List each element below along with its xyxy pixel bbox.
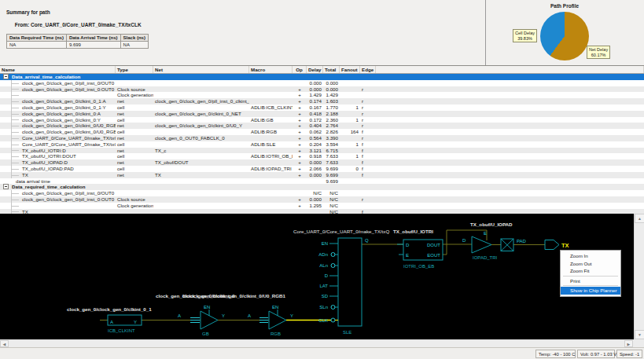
menu-item-print[interactable]: Print [561,277,620,285]
column-header-net[interactable]: Net [153,66,249,73]
column-header-fanout[interactable]: Fanout [340,66,360,73]
iopad-pin-e: E [484,231,487,236]
column-header-edge[interactable]: Edge [360,66,376,73]
iotri-pin-eout: EOUT [427,253,440,258]
scroll-left-icon[interactable]: ◀ [0,340,9,347]
schematic-view[interactable]: clock_gen_0/clock_gen_0/clkint_0_1 A Y I… [0,214,634,339]
column-header-op[interactable]: Op [293,66,307,73]
pad-symbol [501,239,513,251]
table-row[interactable]: clock_gen_0/clock_gen_0/pll_inst_0:OUT0C… [0,196,644,203]
table-row[interactable]: data arrival time9.699 [0,178,644,185]
table-row[interactable]: Core_UART_0/Core_UART_0/make_TX/txCLKnet… [0,135,644,141]
cell-name: TX_obuf/U_IOTRI:D [0,148,116,154]
menu-item-zoom-out[interactable]: Zoom Out [561,260,620,268]
iopad-buffer-cell[interactable] [472,236,491,253]
sle-pin-lat: LAT [319,284,328,288]
cell-type: cell [116,104,153,111]
clk-bubble-icon [331,318,335,322]
status-volt: Volt: 0.97 - 1.03 V [577,350,615,358]
table-row[interactable]: TX_obuf/U_IOTRI:DOUTcellADLIB:IOTRI_OB_E… [0,153,644,159]
group-row[interactable]: Data_arrival_time_calculation [0,74,644,80]
cell-name: Data_arrival_time_calculation [0,74,116,80]
table-row[interactable]: TX_obuf/U_IOPAD:PADcellADLIB:IOPAD_TRI+2… [0,166,644,172]
menu-item-zoom-fit[interactable]: Zoom Fit [561,267,620,275]
scroll-right-icon[interactable]: ▶ [624,340,633,347]
instance-label-iotri: TX_obuf/U_IOTRI [393,229,433,234]
cell-type [116,184,153,190]
cell-total: 2.764 [323,123,340,129]
cell-op [293,184,307,190]
cell-fanout [340,159,360,166]
cell-type: Clock source [116,196,153,203]
cell-type: net [116,135,153,141]
horizontal-scrollbar[interactable]: ◀ ▶ [0,339,644,347]
pad-pin-label: PAD [517,239,527,244]
table-row[interactable]: Core_UART_0/Core_UART_0/make_TX/txQcellA… [0,141,644,148]
summary-title: Summary for path [6,9,50,15]
column-header-delay[interactable]: Delay [307,66,323,73]
status-temp: Temp: -40 - 100 C [535,350,576,358]
cell-type: cell [116,129,153,135]
column-header-total[interactable]: Total [323,66,340,73]
table-row[interactable]: clock_gen_0/clock_gen_0/clkint_0/U0_RGB1… [0,129,644,135]
cell-total: 2.188 [323,111,340,117]
table-row[interactable]: Clock generation+1.295N/C [0,203,644,209]
table-row[interactable]: TX_obuf/U_IOPAD:DnetTX_obuf/DOUT+0.0007.… [0,159,644,166]
table-row[interactable]: clock_gen_0/clock_gen_0/pll_inst_0/OUT0N… [0,190,644,196]
column-header-macro[interactable]: Macro [249,66,293,73]
pin-bubble-icon [331,253,335,257]
cell-net [153,153,249,159]
table-row[interactable]: clock_gen_0/clock_gen_0/clkint_0_1:Anetc… [0,98,644,104]
cell-fanout [340,196,360,203]
cell-filler [376,190,644,196]
smarttime-expanded-path-window: Summary for path From: Core_UART_0/Core_… [0,0,644,359]
table-row[interactable]: clock_gen_0/clock_gen_0/clkint_0/U0_RGB1… [0,123,644,129]
table-row[interactable]: Clock generation+1.4291.429 [0,92,644,98]
vertical-scrollbar[interactable]: ▲ ▼ [634,214,644,339]
sle-cell-label: SLE [343,330,351,335]
collapse-icon[interactable] [3,74,9,79]
menu-item-zoom-in[interactable]: Zoom In [561,252,620,260]
table-row[interactable]: TXnetTX+0.0009.699f [0,172,644,178]
table-row[interactable]: TX_obuf/U_IOTRI:DnetTX_c+3.1216.715f [0,148,644,154]
pie-label-net-delay: Net Delay 60.17% [587,46,610,59]
table-row[interactable]: clock_gen_0/clock_gen_0/pll_inst_0:OUT0C… [0,86,644,93]
scroll-up-icon[interactable]: ▲ [635,214,644,223]
scroll-down-icon[interactable]: ▼ [635,330,644,339]
cell-macro [249,80,293,86]
table-row[interactable]: clock_gen_0/clock_gen_0/pll_inst_0/OUT00… [0,80,644,86]
iopad-pin-d: D [462,238,466,243]
column-header-type[interactable]: Type [116,66,153,73]
net-delay-percent: 60.17% [591,53,606,57]
sle-cell[interactable] [338,238,362,326]
cell-type [116,178,153,185]
cell-net [153,80,249,86]
cell-type: net [116,172,153,178]
summary-slack-value: NA [120,42,148,49]
cell-fanout: 1 [340,117,360,123]
cell-filler [376,104,644,111]
cell-name: TX_obuf/U_IOPAD:PAD [0,166,116,172]
collapse-icon[interactable] [3,184,9,189]
cell-fanout [340,184,360,190]
cell-type: Clock source [116,86,153,93]
cell-net [153,178,249,185]
instance-label-clkint01: clock_gen_0/clock_gen_0/clkint_0_1 [67,306,152,312]
context-menu: Zoom In Zoom Out Zoom Fit Print Show in … [560,250,621,297]
table-row[interactable]: clock_gen_0/clock_gen_0/clkint_0:Anetclo… [0,111,644,117]
instance-label-rgb1: clock_gen_0/clock_gen_0/clkint_0/U0_RGB1 [182,293,286,299]
rgb-pin-en: EN [272,305,278,310]
menu-item-show-in-chip-planner[interactable]: Show in Chip Planner [561,287,620,295]
cell-op: + [293,172,307,178]
column-header-name[interactable]: Name [0,66,116,73]
instance-label-txq: Core_UART_0/Core_UART_0/make_TX/txQ [293,229,389,234]
cell-delay: 3.121 [307,148,323,154]
cell-filler [376,153,644,159]
cell-delay [307,74,323,80]
cell-fanout [340,190,360,196]
cell-net: TX [153,172,249,178]
table-row[interactable]: clock_gen_0/clock_gen_0/clkint_0_1:Ycell… [0,104,644,111]
schematic-canvas[interactable]: clock_gen_0/clock_gen_0/clkint_0_1 A Y I… [0,214,634,339]
group-row[interactable]: Data_required_time_calculation [0,184,644,190]
table-row[interactable]: clock_gen_0/clock_gen_0/clkint_0:YcellAD… [0,117,644,123]
